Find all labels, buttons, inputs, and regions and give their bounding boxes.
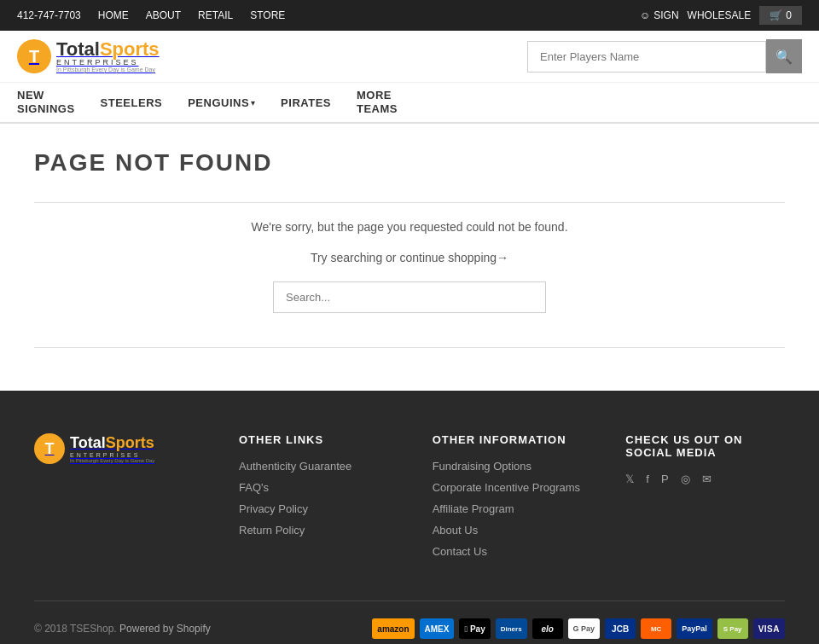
shopify-link[interactable]: Powered by Shopify [119, 623, 211, 635]
sign-label: SIGN [653, 9, 678, 21]
footer-other-links-title: OTHER LINKS [239, 433, 398, 446]
continue-shopping-link[interactable]: continue shopping→ [399, 251, 508, 264]
sign-link[interactable]: ☺ SIGN [640, 9, 679, 21]
footer-link-affiliate[interactable]: Affiliate Program [433, 502, 592, 515]
footer-logo-link[interactable]: T TotalSports ENTERPRISES In Pittsburgh … [34, 433, 205, 464]
footer-link-faq[interactable]: FAQ's [239, 481, 398, 494]
logo-area: T TotalSports ENTERPRISES In Pittsburgh … [17, 39, 160, 73]
nav-penguins-container: PENGUINS ▾ [188, 96, 255, 109]
footer-link-return[interactable]: Return Policy [239, 524, 398, 537]
nav-steelers[interactable]: STEELERS [101, 96, 163, 109]
main-nav: NEWSIGNINGS STEELERS PENGUINS ▾ PIRATES … [0, 83, 819, 124]
divider-top [34, 202, 785, 203]
footer-bottom: © 2018 TSEShop. Powered by Shopify amazo… [34, 600, 785, 639]
payment-apple-pay:  Pay [459, 618, 490, 639]
footer-other-info-title: OTHER INFORMATION [433, 433, 592, 446]
top-bar: 412-747-7703 HOME ABOUT RETAIL STORE ☺ S… [0, 0, 819, 31]
facebook-icon[interactable]: f [646, 473, 649, 485]
top-bar-right: ☺ SIGN WHOLESALE 🛒 0 [640, 6, 802, 25]
twitter-icon[interactable]: 𝕏 [625, 473, 634, 485]
payment-mastercard: MC [641, 618, 671, 639]
search-prompt-text: Try searching or [311, 251, 400, 264]
footer-top: T TotalSports ENTERPRISES In Pittsburgh … [34, 433, 785, 566]
footer-link-about[interactable]: About Us [433, 524, 592, 537]
footer-other-info-col: OTHER INFORMATION Fundraising Options Co… [433, 433, 592, 566]
nav-more-teams[interactable]: MORETEAMS [357, 89, 398, 115]
copyright-text: © 2018 TSEShop. [34, 623, 117, 635]
payment-jcb: JCB [605, 618, 636, 639]
main-content: PAGE NOT FOUND We're sorry, but the page… [0, 124, 819, 391]
social-icons: 𝕏 f P ◎ ✉ [625, 473, 785, 494]
footer: T TotalSports ENTERPRISES In Pittsburgh … [0, 391, 819, 644]
payment-visa: VISA [753, 618, 785, 639]
search-prompt: Try searching or continue shopping→ [34, 251, 785, 264]
logo-text: TotalSports ENTERPRISES In Pittsburgh Ev… [56, 40, 160, 73]
wholesale-link[interactable]: WHOLESALE [688, 9, 752, 21]
footer-logo-ball: T [34, 433, 65, 464]
payment-amazon: amazon [372, 618, 414, 639]
header: T TotalSports ENTERPRISES In Pittsburgh … [0, 31, 819, 83]
page-search-input[interactable] [273, 281, 546, 313]
payment-diners: Diners [496, 618, 527, 639]
nav-pirates[interactable]: PIRATES [281, 96, 331, 109]
error-message: We're sorry, but the page you requested … [34, 220, 785, 234]
payment-amex: AMEX [420, 618, 455, 639]
top-bar-left: 412-747-7703 HOME ABOUT RETAIL STORE [17, 9, 285, 21]
cart-icon: 🛒 [770, 9, 782, 21]
search-area: 🔍 [527, 39, 802, 73]
home-link[interactable]: HOME [98, 9, 129, 21]
footer-logo-text: TotalSports ENTERPRISES In Pittsburgh Ev… [70, 434, 154, 463]
logo-ball: T [17, 39, 51, 73]
page-search-container [34, 281, 785, 313]
payment-paypal: PayPal [677, 618, 712, 639]
player-search-button[interactable]: 🔍 [766, 39, 802, 73]
footer-link-authenticity[interactable]: Authenticity Guarantee [239, 460, 398, 473]
email-icon[interactable]: ✉ [702, 473, 712, 485]
payment-elo: elo [532, 618, 563, 639]
search-icon: 🔍 [775, 49, 793, 65]
penguins-dropdown-icon: ▾ [251, 98, 255, 107]
store-link[interactable]: STORE [250, 9, 285, 21]
cart-count: 0 [786, 9, 792, 21]
nav-new-signings[interactable]: NEWSIGNINGS [17, 89, 75, 115]
footer-social-col: CHECK US OUT ON SOCIAL MEDIA 𝕏 f P ◎ ✉ [625, 433, 785, 566]
footer-copyright: © 2018 TSEShop. Powered by Shopify [34, 623, 211, 635]
retail-link[interactable]: RETAIL [198, 9, 233, 21]
footer-link-fundraising[interactable]: Fundraising Options [433, 460, 592, 473]
footer-social-title: CHECK US OUT ON SOCIAL MEDIA [625, 433, 785, 459]
footer-logo-col: T TotalSports ENTERPRISES In Pittsburgh … [34, 433, 205, 566]
user-icon: ☺ [640, 9, 650, 21]
footer-link-privacy[interactable]: Privacy Policy [239, 502, 398, 515]
about-link[interactable]: ABOUT [146, 9, 181, 21]
footer-link-corporate[interactable]: Corporate Incentive Programs [433, 481, 592, 494]
pinterest-icon[interactable]: P [661, 473, 669, 485]
cart-button[interactable]: 🛒 0 [759, 6, 802, 25]
payment-shopify-pay: S Pay [717, 618, 748, 639]
instagram-icon[interactable]: ◎ [681, 473, 690, 485]
footer-link-contact[interactable]: Contact Us [433, 545, 592, 558]
nav-penguins[interactable]: PENGUINS [188, 96, 249, 109]
player-search-input[interactable] [527, 41, 766, 73]
payment-icons: amazon AMEX  Pay Diners elo G Pay JCB M… [372, 618, 785, 639]
divider-bottom [34, 347, 785, 348]
logo-link[interactable]: T TotalSports ENTERPRISES In Pittsburgh … [17, 39, 160, 73]
footer-other-links-col: OTHER LINKS Authenticity Guarantee FAQ's… [239, 433, 398, 566]
payment-google-pay: G Pay [568, 618, 601, 639]
page-not-found-title: PAGE NOT FOUND [34, 149, 785, 177]
phone-link[interactable]: 412-747-7703 [17, 9, 81, 21]
